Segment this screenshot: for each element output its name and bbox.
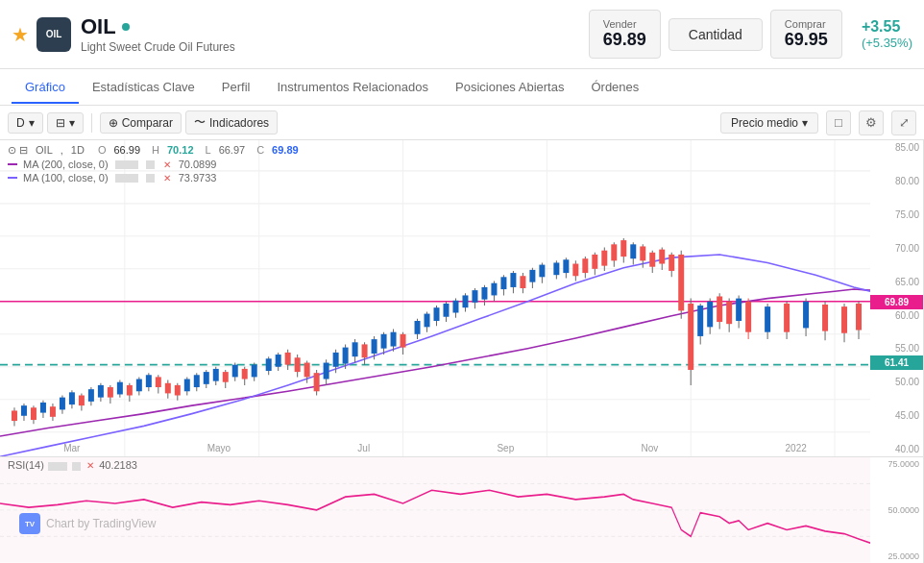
svg-rect-82 bbox=[324, 363, 329, 379]
svg-rect-72 bbox=[276, 355, 281, 367]
svg-rect-140 bbox=[611, 244, 617, 260]
svg-rect-174 bbox=[803, 302, 809, 329]
rsi-panel[interactable]: 75.0000 50.0000 25.0000 RSI(14) ✕ 40.218… bbox=[0, 456, 924, 563]
settings-icon[interactable]: ⚙ bbox=[859, 110, 884, 135]
fullscreen-icon[interactable]: ⤢ bbox=[891, 110, 916, 135]
svg-rect-88 bbox=[353, 342, 358, 356]
svg-rect-62 bbox=[223, 372, 229, 382]
svg-rect-164 bbox=[726, 302, 732, 324]
sell-button[interactable]: Vender 69.89 bbox=[589, 10, 661, 59]
timeframe-label: D bbox=[16, 116, 25, 130]
svg-rect-120 bbox=[510, 273, 516, 287]
separator-1 bbox=[91, 113, 92, 133]
svg-rect-66 bbox=[242, 369, 248, 379]
buy-button[interactable]: Comprar 69.95 bbox=[770, 10, 842, 59]
svg-rect-128 bbox=[553, 262, 559, 275]
svg-rect-76 bbox=[295, 357, 301, 372]
svg-rect-132 bbox=[572, 264, 578, 277]
precio-medio-button[interactable]: Precio medio ▾ bbox=[720, 112, 818, 134]
svg-rect-24 bbox=[40, 403, 46, 413]
svg-rect-102 bbox=[425, 314, 430, 328]
svg-rect-46 bbox=[146, 375, 152, 387]
svg-rect-144 bbox=[630, 244, 636, 258]
svg-rect-114 bbox=[481, 287, 487, 300]
sell-price: 69.89 bbox=[603, 30, 646, 50]
svg-rect-176 bbox=[822, 305, 828, 331]
change-absolute: +3.55 bbox=[862, 18, 912, 36]
svg-rect-40 bbox=[117, 382, 123, 395]
chart-container: 85.00 80.00 75.00 70.00 65.00 60.00 55.0… bbox=[0, 140, 924, 563]
tab-ordenes[interactable]: Órdenes bbox=[577, 72, 652, 104]
svg-rect-106 bbox=[443, 304, 449, 317]
svg-rect-22 bbox=[31, 407, 36, 420]
svg-rect-68 bbox=[252, 365, 257, 378]
chart-svg bbox=[0, 140, 870, 456]
ma200-row: MA (200, close, 0) ✕ 70.0899 bbox=[8, 159, 299, 170]
watermark-text: Chart by TradingView bbox=[46, 517, 157, 530]
svg-rect-84 bbox=[333, 353, 339, 367]
svg-rect-44 bbox=[136, 379, 142, 392]
svg-rect-34 bbox=[88, 389, 94, 402]
cantidad-button[interactable]: Cantidad bbox=[669, 18, 763, 51]
main-chart[interactable]: 85.00 80.00 75.00 70.00 65.00 60.00 55.0… bbox=[0, 140, 924, 456]
tab-estadisticas[interactable]: Estadísticas Clave bbox=[79, 72, 208, 104]
svg-rect-86 bbox=[343, 348, 349, 364]
svg-rect-104 bbox=[434, 307, 440, 321]
svg-rect-26 bbox=[50, 406, 56, 417]
svg-rect-96 bbox=[391, 332, 397, 347]
svg-rect-138 bbox=[601, 251, 607, 266]
tab-perfil[interactable]: Perfil bbox=[208, 72, 264, 104]
compare-label: Comparar bbox=[122, 116, 173, 130]
svg-rect-154 bbox=[678, 255, 684, 310]
svg-rect-100 bbox=[415, 321, 421, 334]
svg-rect-20 bbox=[21, 405, 27, 416]
checkbox-toggle[interactable]: □ bbox=[826, 110, 851, 135]
timeframe-selector[interactable]: D ▾ bbox=[8, 112, 43, 134]
svg-rect-180 bbox=[856, 304, 862, 330]
svg-rect-116 bbox=[491, 283, 497, 296]
svg-rect-156 bbox=[688, 304, 693, 370]
svg-rect-124 bbox=[529, 270, 535, 282]
svg-rect-112 bbox=[472, 290, 477, 303]
tab-grafico[interactable]: Gráfico bbox=[12, 72, 79, 104]
svg-rect-170 bbox=[765, 306, 770, 332]
svg-rect-54 bbox=[184, 379, 190, 392]
indicators-button[interactable]: 〜 Indicadores bbox=[185, 110, 278, 135]
svg-rect-56 bbox=[194, 375, 200, 387]
svg-rect-162 bbox=[717, 297, 722, 323]
sell-label: Vender bbox=[603, 18, 646, 30]
ma200-color-indicator bbox=[8, 163, 17, 165]
svg-rect-50 bbox=[165, 383, 171, 394]
buy-label: Comprar bbox=[785, 18, 828, 30]
price-badge-6141: 61.41 bbox=[870, 355, 923, 370]
ma100-color-indicator bbox=[8, 177, 17, 179]
tradingview-watermark: TV Chart by TradingView bbox=[19, 513, 157, 534]
svg-rect-94 bbox=[381, 334, 387, 349]
svg-rect-80 bbox=[314, 373, 320, 391]
tab-instrumentos[interactable]: Instrumentos Relacionados bbox=[263, 72, 442, 104]
svg-rect-36 bbox=[98, 385, 104, 398]
precio-medio-label: Precio medio bbox=[731, 116, 798, 130]
candle-type-selector[interactable]: ⊟ ▾ bbox=[47, 112, 84, 134]
svg-rect-134 bbox=[582, 258, 588, 273]
svg-rect-78 bbox=[304, 363, 310, 378]
instrument-name: Light Sweet Crude Oil Futures bbox=[81, 40, 589, 54]
tab-posiciones[interactable]: Posiciones Abiertas bbox=[442, 72, 577, 104]
candle-icon: ⊟ bbox=[56, 116, 65, 130]
svg-rect-98 bbox=[401, 334, 406, 348]
compare-button[interactable]: ⊕ Comparar bbox=[100, 112, 182, 134]
svg-rect-150 bbox=[659, 250, 665, 264]
svg-rect-74 bbox=[285, 353, 291, 365]
svg-rect-142 bbox=[620, 240, 626, 257]
change-percent: (+5.35%) bbox=[862, 36, 912, 50]
live-indicator bbox=[122, 23, 130, 31]
svg-rect-60 bbox=[213, 369, 219, 381]
svg-rect-70 bbox=[266, 358, 272, 371]
svg-rect-168 bbox=[745, 302, 751, 332]
ticker-row: OIL bbox=[81, 14, 589, 39]
svg-rect-122 bbox=[520, 276, 525, 288]
favorite-icon[interactable]: ★ bbox=[12, 23, 29, 46]
svg-rect-64 bbox=[232, 365, 238, 378]
svg-rect-30 bbox=[69, 392, 75, 404]
svg-rect-118 bbox=[500, 277, 506, 289]
